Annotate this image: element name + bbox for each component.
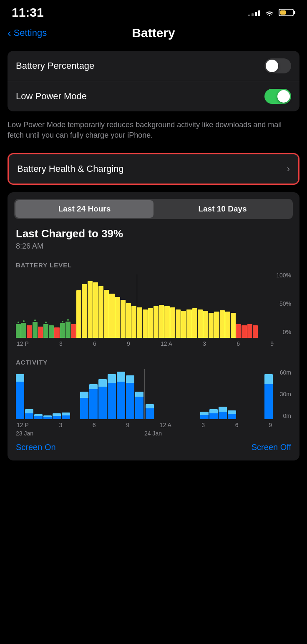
- battery-bar-5: [43, 274, 48, 338]
- battery-health-label: Battery Health & Charging: [17, 164, 124, 174]
- battery-bar-32: [192, 274, 197, 338]
- battery-bar-30: [181, 274, 186, 338]
- battery-bar-29: [176, 274, 181, 338]
- act-x-label-6a: 6: [93, 422, 96, 428]
- activity-bars: [16, 369, 273, 419]
- last-10-days-tab[interactable]: Last 10 Days: [154, 200, 292, 218]
- activity-bar-0: [16, 374, 24, 419]
- x-label-3b: 3: [203, 340, 206, 347]
- back-chevron-icon: ‹: [8, 28, 11, 38]
- activity-bar-5: [62, 413, 70, 420]
- activity-bar-11: [117, 372, 125, 419]
- activity-y-labels: 60m 30m 0m: [274, 369, 291, 419]
- toggle-thumb-2: [277, 90, 290, 103]
- date-label-jan23: 23 Jan: [16, 430, 144, 437]
- battery-bar-22: [137, 274, 142, 338]
- battery-y-labels: 100% 50% 0%: [276, 272, 291, 335]
- battery-bar-36: [214, 274, 219, 338]
- back-button[interactable]: ‹ Settings: [8, 28, 47, 38]
- battery-bar-2: [27, 274, 32, 338]
- screen-off-button[interactable]: Screen Off: [252, 443, 291, 452]
- battery-bar-3: [33, 274, 38, 338]
- battery-bar-39: [231, 274, 236, 338]
- battery-bar-10: [71, 274, 76, 338]
- activity-bar-23: [228, 410, 236, 420]
- activity-chart-container: 60m 30m 0m 12 P 3 6 9 12 A 3 6 9 23 Jan …: [8, 369, 299, 437]
- battery-bar-12: [82, 274, 87, 338]
- x-label-12p: 12 P: [17, 340, 29, 347]
- battery-percentage-toggle[interactable]: [264, 58, 291, 73]
- activity-bar-20: [200, 412, 209, 419]
- battery-bars: [16, 274, 258, 338]
- x-label-6b: 6: [237, 340, 240, 347]
- status-icons: [248, 9, 295, 16]
- activity-bar-2: [34, 414, 43, 419]
- battery-bar-6: [49, 274, 54, 338]
- activity-label: ACTIVITY: [8, 352, 299, 369]
- activity-bar-22: [219, 407, 227, 419]
- last-24-hours-tab[interactable]: Last 24 Hours: [15, 200, 154, 218]
- battery-bar-11: [76, 274, 81, 338]
- battery-bar-38: [225, 274, 230, 338]
- battery-bar-20: [126, 274, 131, 338]
- battery-percentage-row[interactable]: Battery Percentage: [8, 51, 299, 81]
- battery-bar-15: [98, 274, 103, 338]
- battery-health-row[interactable]: Battery Health & Charging ›: [9, 154, 298, 184]
- x-label-12am: 12 A: [161, 340, 172, 347]
- low-power-description: Low Power Mode temporarily reduces backg…: [0, 116, 307, 149]
- screen-on-button[interactable]: Screen On: [16, 443, 56, 452]
- usage-chart-section: Last 24 Hours Last 10 Days Last Charged …: [8, 192, 299, 460]
- chevron-right-icon: ›: [287, 164, 290, 174]
- battery-bar-8: [60, 274, 65, 338]
- battery-bar-33: [198, 274, 203, 338]
- battery-bar-40: [236, 274, 241, 338]
- screen-legend: Screen On Screen Off: [8, 437, 299, 454]
- activity-bar-21: [209, 409, 218, 419]
- activity-bar-10: [108, 374, 116, 419]
- activity-y-label-0m: 0m: [283, 413, 291, 419]
- x-label-6a: 6: [93, 340, 96, 347]
- activity-bar-13: [135, 392, 143, 419]
- battery-bar-28: [170, 274, 175, 338]
- back-label: Settings: [14, 28, 47, 38]
- battery-bar-25: [154, 274, 159, 338]
- battery-percentage-label: Battery Percentage: [16, 60, 94, 71]
- y-label-50: 50%: [279, 300, 291, 307]
- wifi-icon: [264, 9, 274, 16]
- battery-bar-37: [220, 274, 225, 338]
- date-label-jan24: 24 Jan: [144, 430, 273, 437]
- battery-bar-13: [88, 274, 93, 338]
- battery-bar-21: [131, 274, 136, 338]
- charge-time: 8:26 AM: [16, 242, 291, 251]
- battery-bar-34: [203, 274, 208, 338]
- page-title: Battery: [132, 26, 175, 40]
- activity-bar-4: [53, 413, 61, 419]
- y-label-0: 0%: [283, 329, 291, 335]
- activity-bar-14: [146, 404, 154, 419]
- activity-bar-9: [98, 379, 107, 419]
- battery-bar-4: [38, 274, 43, 338]
- low-power-mode-toggle[interactable]: [264, 89, 291, 104]
- battery-bar-31: [186, 274, 191, 338]
- signal-icon: [248, 9, 260, 16]
- activity-y-label-60m: 60m: [280, 369, 291, 376]
- battery-bar-14: [93, 274, 98, 338]
- act-x-label-12am: 12 A: [160, 422, 171, 428]
- activity-bar-7: [80, 392, 88, 419]
- status-time: 11:31: [12, 5, 44, 20]
- battery-health-section[interactable]: Battery Health & Charging ›: [8, 153, 299, 185]
- battery-bar-17: [109, 274, 114, 338]
- toggle-thumb: [266, 60, 278, 72]
- battery-settings-section: Battery Percentage Low Power Mode: [8, 51, 299, 111]
- battery-bar-1: [21, 274, 26, 338]
- battery-bar-23: [143, 274, 148, 338]
- battery-bar-0: [16, 274, 21, 338]
- act-x-label-3b: 3: [201, 422, 205, 428]
- activity-bar-27: [264, 374, 273, 419]
- activity-y-label-30m: 30m: [280, 391, 291, 397]
- battery-bar-19: [121, 274, 126, 338]
- activity-bar-12: [126, 375, 134, 420]
- low-power-mode-label: Low Power Mode: [16, 91, 87, 102]
- low-power-mode-row[interactable]: Low Power Mode: [8, 81, 299, 111]
- time-range-segmented-control[interactable]: Last 24 Hours Last 10 Days: [14, 199, 293, 219]
